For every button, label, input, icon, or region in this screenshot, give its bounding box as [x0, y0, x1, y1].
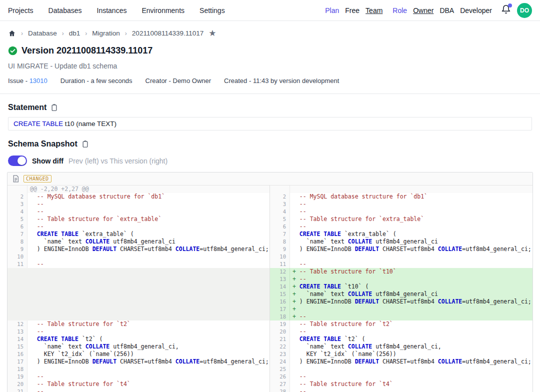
issue-field: Issue - 13010 — [8, 77, 48, 84]
line-content: -- — [290, 373, 532, 380]
line-content: ) ENGINE=InnoDB DEFAULT CHARSET=utf8mb4 … — [290, 358, 532, 366]
line-content: -- Table structure for `extra_table` — [290, 216, 532, 223]
line-content: -- — [28, 200, 270, 208]
line-number: 2 — [8, 193, 28, 200]
line-content: -- — [28, 373, 270, 380]
notification-bell-button[interactable] — [501, 4, 511, 16]
sql-keyword: CREATE TABLE — [14, 120, 63, 128]
migration-meta: Issue - 13010 Duration - a few seconds C… — [0, 70, 540, 84]
line-content: -- — [28, 208, 270, 216]
diff-line: 25 — [270, 366, 532, 373]
diff-line: 15 `name` text COLLATE utf8mb4_general_c… — [8, 343, 270, 350]
diff-line: 9 ) ENGINE=InnoDB DEFAULT CHARSET=utf8mb… — [270, 246, 532, 253]
diff-right-column: 2 -- MySQL database structure for `db1`3… — [270, 186, 532, 392]
line-number: 15 — [270, 290, 290, 298]
migration-subtitle: UI MIGRATE - Update db1 schema — [0, 56, 540, 70]
line-number: 2 — [270, 193, 290, 200]
diff-left-column: @@ -2,20 +2,27 @@2 -- MySQL database str… — [8, 186, 270, 392]
line-number: 4 — [270, 208, 290, 216]
diff-line: 10 — [270, 253, 532, 260]
line-number: 10 — [8, 253, 28, 260]
diff-line: 16+ ) ENGINE=InnoDB DEFAULT CHARSET=utf8… — [270, 298, 532, 306]
role-label: Role — [392, 6, 407, 14]
diff-line: 19 -- Table structure for `t2` — [270, 320, 532, 328]
line-number: 5 — [270, 216, 290, 223]
line-number: 13 — [270, 276, 290, 283]
line-content: ) ENGINE=InnoDB DEFAULT CHARSET=utf8mb4 … — [28, 246, 270, 253]
line-content: -- Table structure for `t2` — [290, 320, 532, 328]
copy-snapshot-icon[interactable] — [82, 140, 89, 148]
diff-line: 8 `name` text COLLATE utf8mb4_general_ci — [270, 238, 532, 246]
line-content: ) ENGINE=InnoDB DEFAULT CHARSET=utf8mb4 … — [290, 246, 532, 253]
nav-databases[interactable]: Databases — [48, 6, 82, 14]
line-number: 15 — [8, 343, 28, 350]
line-number: 9 — [8, 246, 28, 253]
line-number: 28 — [270, 388, 290, 392]
changed-badge: CHANGED — [24, 175, 52, 182]
home-icon[interactable] — [8, 30, 16, 38]
snapshot-section-header: Schema Snapshot — [0, 130, 540, 148]
diff-line: 2 -- MySQL database structure for `db1` — [270, 193, 532, 200]
line-number: 11 — [8, 260, 28, 268]
line-content: -- — [290, 388, 532, 392]
diff-line: 27 -- Table structure for `t4` — [270, 380, 532, 388]
line-number: 18 — [8, 366, 28, 373]
line-content: KEY `t2_idx` (`name`(256)) — [290, 350, 532, 358]
plan-label: Plan — [325, 6, 339, 14]
role-dba-link[interactable]: DBA — [440, 6, 454, 14]
top-navbar: Projects Databases Instances Environment… — [0, 0, 540, 21]
nav-instances[interactable]: Instances — [97, 6, 127, 14]
nav-projects[interactable]: Projects — [8, 6, 34, 14]
line-number: 19 — [8, 373, 28, 380]
line-content: `name` text COLLATE utf8mb4_general_ci — [290, 238, 532, 246]
show-diff-label: Show diff — [32, 157, 64, 165]
main-nav: Projects Databases Instances Environment… — [8, 6, 225, 14]
diff-line: 6 -- — [270, 223, 532, 230]
schema-diff-panel: CHANGED @@ -2,20 +2,27 @@2 -- MySQL data… — [7, 172, 533, 392]
diff-line: 6 -- — [8, 223, 270, 230]
breadcrumb-migration[interactable]: Migration — [92, 30, 120, 37]
diff-line: 7 CREATE TABLE `extra_table` ( — [8, 230, 270, 238]
show-diff-row: Show diff Prev (left) vs This version (r… — [0, 148, 540, 166]
line-content — [290, 253, 532, 260]
statement-sql: CREATE TABLE t10 (name TEXT) — [8, 117, 532, 130]
line-content: -- — [28, 260, 270, 268]
line-content: `name` text COLLATE utf8mb4_general_ci — [28, 238, 270, 246]
role-developer-link[interactable]: Developer — [460, 6, 492, 14]
diff-line: 16 KEY `t2_idx` (`name`(256)) — [8, 350, 270, 358]
diff-collapsed-gap — [8, 268, 270, 320]
breadcrumb-db1[interactable]: db1 — [69, 30, 80, 37]
breadcrumb-version[interactable]: 20211008114339.11017 — [132, 30, 204, 37]
line-number: 25 — [270, 366, 290, 373]
line-number — [8, 186, 28, 193]
line-number: 14 — [270, 283, 290, 290]
copy-statement-icon[interactable] — [50, 104, 58, 112]
star-icon[interactable]: ★ — [208, 29, 216, 38]
line-content: -- — [28, 328, 270, 336]
diff-line: 18 — [8, 366, 270, 373]
line-content: -- — [290, 200, 532, 208]
version-header: Version 20211008114339.11017 — [0, 38, 540, 56]
line-number: 24 — [270, 358, 290, 366]
issue-label: Issue - — [8, 77, 28, 84]
nav-settings[interactable]: Settings — [200, 6, 225, 14]
diff-line: 5 -- Table structure for `extra_table` — [270, 216, 532, 223]
diff-line: 9 ) ENGINE=InnoDB DEFAULT CHARSET=utf8mb… — [8, 246, 270, 253]
line-content: -- — [290, 328, 532, 336]
plan-team-link[interactable]: Team — [366, 6, 382, 14]
avatar[interactable]: DO — [517, 3, 532, 18]
issue-link[interactable]: 13010 — [30, 77, 48, 84]
show-diff-toggle[interactable] — [8, 156, 27, 166]
line-content: `name` text COLLATE utf8mb4_general_ci, — [290, 343, 532, 350]
line-content: KEY `t2_idx` (`name`(256)) — [28, 350, 270, 358]
nav-environments[interactable]: Environments — [142, 6, 184, 14]
created-field: Created - 11:43 by version development — [224, 77, 339, 84]
role-owner-link[interactable]: Owner — [413, 6, 434, 14]
line-number: 10 — [270, 253, 290, 260]
line-content: -- MySQL database structure for `db1` — [28, 193, 270, 200]
line-number: 27 — [270, 380, 290, 388]
diff-blank-row — [270, 186, 532, 193]
bell-icon — [501, 8, 511, 16]
line-number: 18 — [270, 313, 290, 320]
breadcrumb-database[interactable]: Database — [28, 30, 57, 37]
